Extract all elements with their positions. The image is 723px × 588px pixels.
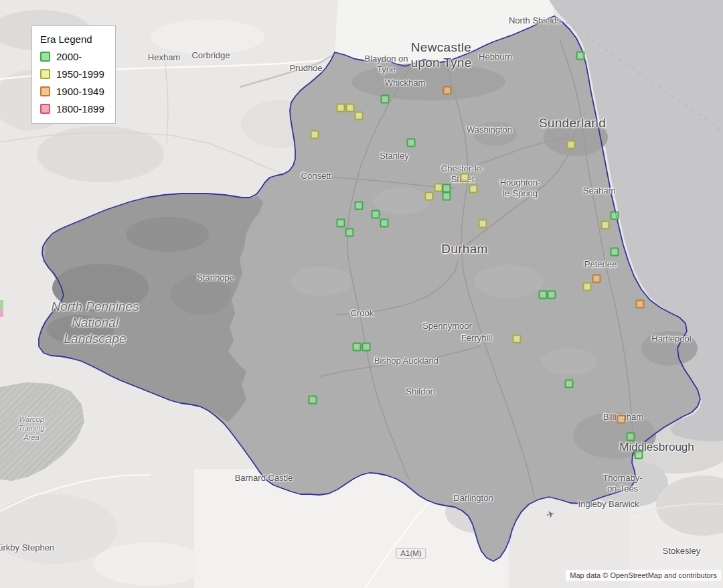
map-marker-1900-1949[interactable] (443, 86, 452, 95)
place-label-consett: Consett (301, 171, 331, 181)
map-canvas[interactable]: North ShieldsNewcastle upon TyneHebburnH… (0, 0, 723, 588)
place-label-durham: Durham (441, 241, 487, 256)
legend-row-1900-1949: 1900-1949 (40, 86, 104, 97)
map-marker-1950-1999[interactable] (311, 131, 319, 139)
map-marker-1950-1999[interactable] (355, 112, 364, 121)
place-label-corbridge: Corbridge (191, 50, 230, 61)
legend-title: Era Legend (40, 33, 104, 45)
place-label-darlington: Darlington (453, 493, 493, 504)
map-marker-2000[interactable] (565, 380, 574, 388)
map-marker-2000[interactable] (443, 192, 451, 201)
place-label-crook: Crook (351, 308, 374, 319)
legend-label: 2000- (56, 51, 82, 62)
legend-row-1800-1899: 1800-1899 (40, 103, 104, 115)
map-marker-2000[interactable] (345, 228, 354, 237)
place-label-newcastle-upon-tyne: Newcastle upon Tyne (410, 40, 471, 70)
place-label-seaham: Seaham (583, 186, 615, 196)
map-attribution: Map data © OpenStreetMap and contributor… (566, 570, 721, 581)
map-marker-1950-1999[interactable] (567, 141, 576, 149)
map-marker-1900-1949[interactable] (617, 415, 626, 424)
road-badge-a1m: A1(M) (396, 548, 426, 559)
map-marker-2000[interactable] (548, 291, 556, 299)
place-label-middlesbrough: Middlesbrough (619, 441, 694, 455)
map-marker-2000[interactable] (337, 219, 345, 228)
place-label-north-shields: North Shields (509, 15, 561, 26)
legend-label: 1900-1949 (56, 86, 104, 97)
map-marker-2000[interactable] (539, 291, 548, 299)
map-marker-1950-1999[interactable] (469, 185, 478, 194)
place-label-shildon: Shildon (406, 386, 434, 397)
map-marker-1950-1999[interactable] (583, 283, 592, 291)
place-label-prudhoe: Prudhoe (289, 63, 322, 74)
legend-label: 1950-1999 (56, 68, 104, 80)
map-marker-2000[interactable] (635, 451, 643, 459)
map-marker-1950-1999[interactable] (479, 220, 487, 228)
place-label-kirkby-stephen: Kirkby Stephen (0, 542, 54, 553)
map-marker-2000[interactable] (380, 219, 389, 228)
legend-label: 1800-1899 (56, 103, 104, 115)
map-marker-2000[interactable] (611, 248, 619, 256)
place-label-stanley: Stanley (380, 151, 408, 161)
place-label-barnard-castle: Barnard Castle (235, 473, 293, 484)
place-label-stokesley: Stokesley (663, 546, 700, 557)
place-label-blaydon-on-tyne: Blaydon on Tyne (364, 54, 408, 75)
map-marker-2000[interactable] (611, 212, 619, 220)
legend-items: 2000-1950-19991900-19491800-1899 (40, 51, 104, 115)
place-label-ferryhill: Ferryhill (461, 333, 492, 344)
place-label-hebburn: Hebburn (479, 52, 512, 62)
place-label-stanhope: Stanhope (197, 273, 234, 283)
map-marker-1900-1949[interactable] (636, 300, 645, 309)
map-marker-2000[interactable] (407, 139, 416, 147)
map-marker-1950-1999[interactable] (513, 335, 521, 344)
map-marker-1950-1999[interactable] (601, 221, 610, 230)
map-marker-2000[interactable] (576, 52, 585, 60)
map-marker-2000[interactable] (362, 343, 371, 352)
map-marker-2000[interactable] (353, 343, 362, 352)
map-marker-2000[interactable] (381, 95, 390, 104)
legend-swatch-icon (40, 104, 50, 114)
place-label-hexham: Hexham (148, 52, 180, 63)
place-label-ingleby-barwick: Ingleby Barwick (578, 499, 639, 510)
legend-row-2000: 2000- (40, 51, 104, 62)
legend-row-1950-1999: 1950-1999 (40, 68, 104, 80)
map-marker-2000[interactable] (372, 210, 380, 219)
era-legend: Era Legend 2000-1950-19991900-19491800-1… (31, 25, 116, 124)
place-label-north-pennines-national-landscape: North Pennines National Landscape (52, 299, 139, 346)
place-label-hartlepool: Hartlepool (651, 334, 691, 344)
legend-swatch-icon (40, 52, 50, 62)
map-marker-1950-1999[interactable] (425, 192, 434, 201)
map-marker-1900-1949[interactable] (592, 275, 601, 283)
map-marker-2000[interactable] (309, 396, 317, 405)
legend-swatch-icon (40, 69, 50, 79)
map-marker-2000[interactable] (627, 433, 635, 441)
place-label-spennymoor: Spennymoor (422, 321, 472, 332)
map-marker-2000[interactable] (355, 202, 364, 210)
map-marker-1950-1999[interactable] (346, 104, 355, 113)
place-label-thornaby-on-tees: Thornaby- on-Tees (602, 473, 642, 494)
map-marker-1950-1999[interactable] (337, 104, 345, 113)
place-label-bishop-auckland: Bishop Auckland (374, 356, 438, 366)
place-label-whickham: Whickham (385, 78, 426, 88)
place-label-peterlee: Peterlee (584, 259, 617, 270)
place-label-houghton-le-spring: Houghton- le-Spring (500, 177, 541, 199)
place-label-warcop-training-area: Warcop Training Area (19, 415, 45, 442)
map-marker-1950-1999[interactable] (461, 173, 469, 182)
legend-swatch-icon (40, 86, 50, 96)
place-label-washington: Washington (467, 125, 512, 135)
place-label-sunderland: Sunderland (539, 115, 606, 131)
